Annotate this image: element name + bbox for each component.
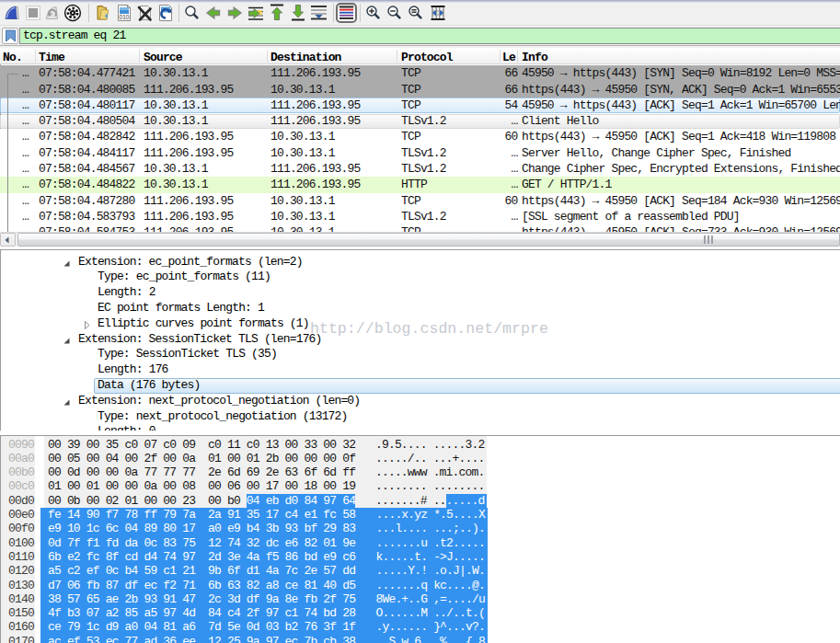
svg-text:010: 010 [120,14,130,20]
